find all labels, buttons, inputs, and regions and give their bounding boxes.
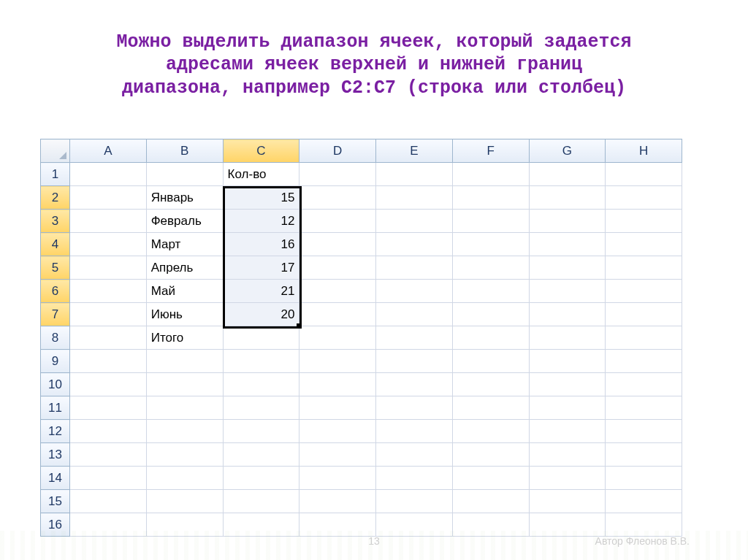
cell-H1[interactable] xyxy=(606,163,682,186)
row-header-10[interactable]: 10 xyxy=(41,373,70,396)
column-header-B[interactable]: B xyxy=(146,139,223,163)
column-header-H[interactable]: H xyxy=(606,139,682,163)
cell-D8[interactable] xyxy=(299,326,376,350)
row-header-15[interactable]: 15 xyxy=(41,490,70,513)
cell-F13[interactable] xyxy=(452,443,529,467)
cell-C13[interactable] xyxy=(223,443,299,467)
cell-E3[interactable] xyxy=(376,210,453,233)
column-header-F[interactable]: F xyxy=(452,139,529,163)
row-header-6[interactable]: 6 xyxy=(41,280,70,303)
cell-E14[interactable] xyxy=(376,467,453,490)
column-header-A[interactable]: A xyxy=(69,139,146,163)
cell-G9[interactable] xyxy=(529,350,606,373)
row-header-5[interactable]: 5 xyxy=(41,256,70,280)
cell-C7[interactable]: 20 xyxy=(223,303,299,326)
cell-B13[interactable] xyxy=(146,443,223,467)
row-header-7[interactable]: 7 xyxy=(41,303,70,326)
cell-H14[interactable] xyxy=(606,467,682,490)
column-header-G[interactable]: G xyxy=(529,139,606,163)
cell-A3[interactable] xyxy=(69,210,146,233)
cell-C9[interactable] xyxy=(223,350,299,373)
cell-G2[interactable] xyxy=(529,186,606,210)
cell-H13[interactable] xyxy=(606,443,682,467)
cell-E7[interactable] xyxy=(376,303,453,326)
row-header-11[interactable]: 11 xyxy=(41,396,70,420)
cell-F3[interactable] xyxy=(452,210,529,233)
row-header-1[interactable]: 1 xyxy=(41,163,70,186)
cell-G10[interactable] xyxy=(529,373,606,396)
cell-F6[interactable] xyxy=(452,280,529,303)
cell-H12[interactable] xyxy=(606,420,682,443)
cell-F12[interactable] xyxy=(452,420,529,443)
cell-H4[interactable] xyxy=(606,233,682,256)
cell-B2[interactable]: Январь xyxy=(146,186,223,210)
cell-D1[interactable] xyxy=(299,163,376,186)
cell-D4[interactable] xyxy=(299,233,376,256)
cell-C10[interactable] xyxy=(223,373,299,396)
cell-G11[interactable] xyxy=(529,396,606,420)
cell-G5[interactable] xyxy=(529,256,606,280)
cell-G4[interactable] xyxy=(529,233,606,256)
cell-E13[interactable] xyxy=(376,443,453,467)
cell-B4[interactable]: Март xyxy=(146,233,223,256)
cell-A15[interactable] xyxy=(69,490,146,513)
cell-B3[interactable]: Февраль xyxy=(146,210,223,233)
cell-B1[interactable] xyxy=(146,163,223,186)
cell-E1[interactable] xyxy=(376,163,453,186)
cell-B10[interactable] xyxy=(146,373,223,396)
cell-A11[interactable] xyxy=(69,396,146,420)
row-header-12[interactable]: 12 xyxy=(41,420,70,443)
cell-G12[interactable] xyxy=(529,420,606,443)
cell-C15[interactable] xyxy=(223,490,299,513)
cell-A6[interactable] xyxy=(69,280,146,303)
cell-D5[interactable] xyxy=(299,256,376,280)
row-header-3[interactable]: 3 xyxy=(41,210,70,233)
cell-B15[interactable] xyxy=(146,490,223,513)
cell-D2[interactable] xyxy=(299,186,376,210)
column-header-E[interactable]: E xyxy=(376,139,453,163)
cell-F8[interactable] xyxy=(452,326,529,350)
cell-C12[interactable] xyxy=(223,420,299,443)
cell-G13[interactable] xyxy=(529,443,606,467)
cell-A14[interactable] xyxy=(69,467,146,490)
row-header-14[interactable]: 14 xyxy=(41,467,70,490)
cell-A13[interactable] xyxy=(69,443,146,467)
cell-D13[interactable] xyxy=(299,443,376,467)
cell-B11[interactable] xyxy=(146,396,223,420)
cell-H11[interactable] xyxy=(606,396,682,420)
cell-H5[interactable] xyxy=(606,256,682,280)
cell-D3[interactable] xyxy=(299,210,376,233)
cell-E6[interactable] xyxy=(376,280,453,303)
cell-D6[interactable] xyxy=(299,280,376,303)
cell-E8[interactable] xyxy=(376,326,453,350)
cell-F5[interactable] xyxy=(452,256,529,280)
cell-C6[interactable]: 21 xyxy=(223,280,299,303)
cell-D15[interactable] xyxy=(299,490,376,513)
row-header-13[interactable]: 13 xyxy=(41,443,70,467)
cell-A12[interactable] xyxy=(69,420,146,443)
column-header-C[interactable]: C xyxy=(223,139,299,163)
cell-B8[interactable]: Итого xyxy=(146,326,223,350)
cell-C11[interactable] xyxy=(223,396,299,420)
cell-G8[interactable] xyxy=(529,326,606,350)
cell-D10[interactable] xyxy=(299,373,376,396)
cell-B7[interactable]: Июнь xyxy=(146,303,223,326)
cell-D11[interactable] xyxy=(299,396,376,420)
cell-G14[interactable] xyxy=(529,467,606,490)
cell-E11[interactable] xyxy=(376,396,453,420)
cell-H10[interactable] xyxy=(606,373,682,396)
row-header-2[interactable]: 2 xyxy=(41,186,70,210)
cell-A4[interactable] xyxy=(69,233,146,256)
cell-F10[interactable] xyxy=(452,373,529,396)
cell-D7[interactable] xyxy=(299,303,376,326)
cell-H7[interactable] xyxy=(606,303,682,326)
cell-C4[interactable]: 16 xyxy=(223,233,299,256)
cell-C2[interactable]: 15 xyxy=(223,186,299,210)
cell-G3[interactable] xyxy=(529,210,606,233)
cell-B9[interactable] xyxy=(146,350,223,373)
cell-E9[interactable] xyxy=(376,350,453,373)
cell-F2[interactable] xyxy=(452,186,529,210)
cell-F4[interactable] xyxy=(452,233,529,256)
cell-A5[interactable] xyxy=(69,256,146,280)
cell-E15[interactable] xyxy=(376,490,453,513)
